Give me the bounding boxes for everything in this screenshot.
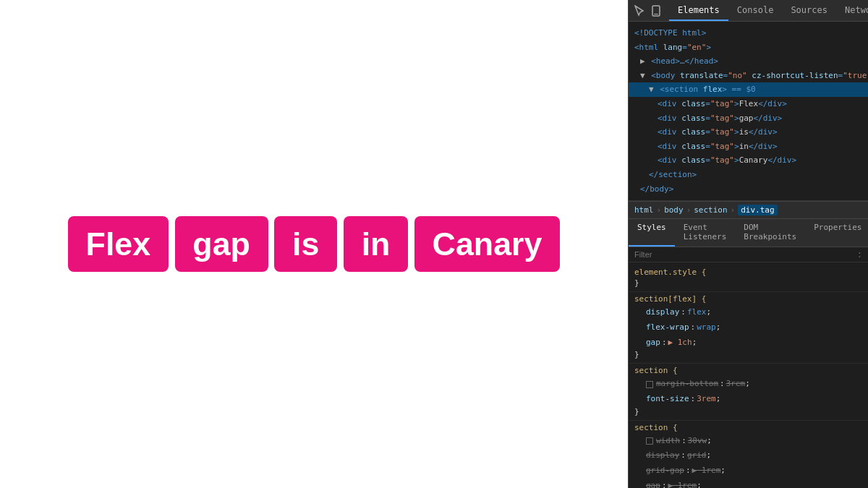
subtab-properties[interactable]: Properties <box>805 219 868 247</box>
css-property-strikethrough: margin-bottom : 3rem ; <box>634 377 862 392</box>
css-rule-element-style: element.style { } <box>629 265 868 292</box>
css-selector: section { <box>634 366 862 375</box>
css-selector: element.style { <box>634 267 862 277</box>
css-rules-panel[interactable]: element.style { } section[flex] { displa… <box>629 262 868 488</box>
css-property-strikethrough: display : grid ; <box>634 448 862 463</box>
filter-colon-icon: : <box>857 249 862 260</box>
css-checkbox[interactable] <box>646 381 653 388</box>
html-line[interactable]: <div class="tag">gap</div> <box>629 111 868 126</box>
breadcrumb-html[interactable]: html <box>634 205 654 215</box>
tag-word: in <box>344 216 408 273</box>
subtab-styles[interactable]: Styles <box>629 219 675 247</box>
breadcrumb-divtag[interactable]: div.tag <box>738 205 777 215</box>
breadcrumb-section[interactable]: section <box>694 205 727 215</box>
css-rule-section-2: section { width : 30vw ; display : grid … <box>629 421 868 488</box>
css-selector: section { <box>634 423 862 432</box>
tab-elements[interactable]: Elements <box>669 0 728 21</box>
breadcrumb-body[interactable]: body <box>664 205 684 215</box>
css-property: flex-wrap : wrap ; <box>634 320 862 335</box>
devtools-panel: Elements Console Sources Network <!DOCTY… <box>628 0 868 488</box>
html-line[interactable]: <div class="tag">Flex</div> <box>629 97 868 111</box>
html-line[interactable]: <html lang="en"> <box>629 40 868 55</box>
devtools-main-tabs: Elements Console Sources Network <box>669 0 868 21</box>
css-close-brace: } <box>634 350 862 359</box>
css-selector: section[flex] { <box>634 294 862 304</box>
inspect-icon[interactable] <box>634 4 646 17</box>
css-rule-section-1: section { margin-bottom : 3rem ; font-si… <box>629 364 868 420</box>
css-property-strikethrough: width : 30vw ; <box>634 434 862 449</box>
html-line[interactable]: <div class="tag">in</div> <box>629 140 868 154</box>
css-property: display : flex ; <box>634 305 862 320</box>
tag-word: Canary <box>414 216 560 273</box>
css-property: font-size : 3rem ; <box>634 392 862 407</box>
devtools-subtabs: Styles Event Listeners DOM Breakpoints P… <box>629 219 868 247</box>
css-close-brace: } <box>634 278 862 288</box>
subtab-dom-breakpoints[interactable]: DOM Breakpoints <box>735 219 805 247</box>
css-filter-input[interactable] <box>634 250 857 259</box>
tag-word: is <box>274 216 337 273</box>
css-property-strikethrough: grid-gap : ▶ 1rem ; <box>634 463 862 479</box>
tag-word: gap <box>175 216 268 273</box>
css-filter-bar: : <box>629 247 868 262</box>
css-close-brace: } <box>634 407 862 416</box>
html-line[interactable]: <div class="tag">Canary</div> <box>629 153 868 168</box>
css-rule-section-flex: section[flex] { display : flex ; flex-wr… <box>629 292 868 364</box>
webpage-preview: FlexgapisinCanary <box>0 0 628 488</box>
html-line[interactable]: <!DOCTYPE html> <box>629 26 868 40</box>
svg-rect-1 <box>654 14 658 14</box>
html-line[interactable]: ▼ <body translate="no" cz-shortcut-liste… <box>629 69 868 83</box>
device-icon[interactable] <box>650 4 662 17</box>
tab-console[interactable]: Console <box>728 0 783 21</box>
html-line[interactable]: ▶ <head>…</head> <box>629 54 868 69</box>
tag-word: Flex <box>68 216 169 273</box>
html-line[interactable]: </section> <box>629 168 868 182</box>
html-line-selected[interactable]: ▼ <section flex> == $0 <box>629 82 868 97</box>
tab-sources[interactable]: Sources <box>782 0 836 21</box>
css-checkbox[interactable] <box>646 437 653 445</box>
html-line[interactable]: </body> <box>629 182 868 197</box>
breadcrumb: html › body › section › div.tag <box>629 201 868 219</box>
tab-network[interactable]: Network <box>836 0 868 21</box>
flex-demo-section: FlexgapisinCanary <box>68 216 560 273</box>
html-line[interactable]: <div class="tag">is</div> <box>629 125 868 140</box>
devtools-toolbar: Elements Console Sources Network <box>629 0 868 22</box>
css-property-strikethrough: gap : ▶ 1rem ; <box>634 479 862 488</box>
subtab-event-listeners[interactable]: Event Listeners <box>675 219 736 247</box>
html-tree: <!DOCTYPE html> <html lang="en"> ▶ <head… <box>629 22 868 201</box>
css-property: gap : ▶ 1ch ; <box>634 335 862 351</box>
